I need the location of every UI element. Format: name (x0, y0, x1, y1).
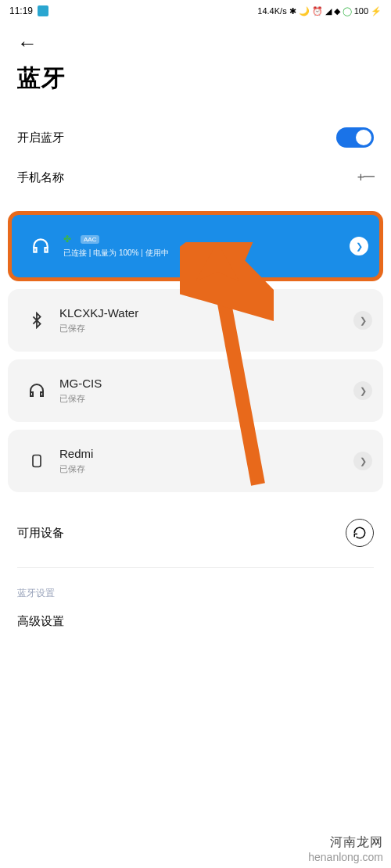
charging-icon: ⚡ (371, 6, 382, 16)
chevron-right-icon[interactable]: ❯ (353, 381, 372, 400)
advanced-settings-label: 高级设置 (17, 614, 64, 629)
bluetooth-icon (19, 312, 55, 329)
device-name: Redmi (59, 447, 349, 460)
refresh-icon[interactable] (346, 519, 374, 547)
watermark: 河南龙网 henanlong.com (308, 834, 383, 863)
chevron-right-icon[interactable]: ❯ (353, 452, 372, 470)
status-app-icon (38, 5, 48, 16)
device-status: 已保存 (59, 323, 349, 334)
phone-name-value: +一 (357, 170, 374, 186)
device-saved[interactable]: MG-CIS 已保存 ❯ (8, 359, 383, 422)
svg-rect-0 (33, 455, 41, 467)
device-saved[interactable]: Redmi 已保存 ❯ (8, 430, 383, 492)
circle-icon: ◯ (343, 6, 352, 16)
back-icon[interactable]: ← (17, 31, 38, 55)
headphones-icon (23, 236, 59, 256)
status-bar: 11:19 14.4K/s ✱ 🌙 ⏰ ◢ ◆ ◯ 100 ⚡ (0, 0, 391, 22)
title-row: 蓝牙 (0, 56, 391, 116)
clover-icon: ✤ (63, 234, 71, 245)
page-title: 蓝牙 (17, 63, 374, 95)
device-connected[interactable]: ✤ AAC 已连接 | 电量为 100% | 使用中 ❯ (8, 211, 383, 281)
phone-name-row[interactable]: 手机名称 +一 (0, 159, 391, 200)
phone-icon (19, 452, 55, 470)
device-status: 已连接 | 电量为 100% | 使用中 (63, 248, 345, 259)
alarm-icon: ⏰ (312, 6, 323, 16)
back-row: ← (0, 22, 391, 56)
device-status: 已保存 (59, 463, 349, 475)
signal-icon: ◢ (325, 6, 332, 16)
chevron-right-icon[interactable]: ❯ (350, 237, 368, 255)
device-status: 已保存 (59, 393, 349, 405)
status-right: 14.4K/s ✱ 🌙 ⏰ ◢ ◆ ◯ 100 ⚡ (257, 6, 382, 16)
battery-text: 100 (354, 6, 368, 16)
device-name: MG-CIS (59, 377, 349, 390)
chevron-right-icon[interactable]: ❯ (353, 311, 372, 330)
bluetooth-status-icon: ✱ (289, 6, 296, 16)
device-name: KLCXKJ-Water (59, 306, 349, 320)
enable-bluetooth-row[interactable]: 开启蓝牙 (0, 116, 391, 159)
advanced-settings-row[interactable]: 高级设置 (0, 605, 391, 645)
device-saved[interactable]: KLCXKJ-Water 已保存 ❯ (8, 289, 383, 352)
codec-badge: AAC (81, 235, 99, 244)
watermark-url: henanlong.com (308, 851, 383, 863)
net-speed: 14.4K/s (257, 6, 286, 16)
device-list: ✤ AAC 已连接 | 电量为 100% | 使用中 ❯ KLCXKJ-Wate… (0, 200, 391, 503)
divider (17, 567, 374, 568)
enable-bluetooth-label: 开启蓝牙 (17, 130, 64, 145)
dnd-icon: 🌙 (299, 6, 310, 16)
headphones-icon (19, 381, 55, 400)
status-time: 11:19 (9, 5, 33, 16)
watermark-text: 河南龙网 (308, 834, 383, 851)
status-left: 11:19 (9, 5, 48, 16)
bluetooth-toggle[interactable] (336, 127, 374, 148)
bluetooth-settings-header: 蓝牙设置 (0, 573, 391, 605)
available-devices-label: 可用设备 (17, 526, 64, 541)
available-devices-row: 可用设备 (0, 503, 391, 563)
wifi-icon: ◆ (334, 6, 340, 16)
phone-name-label: 手机名称 (17, 170, 64, 185)
